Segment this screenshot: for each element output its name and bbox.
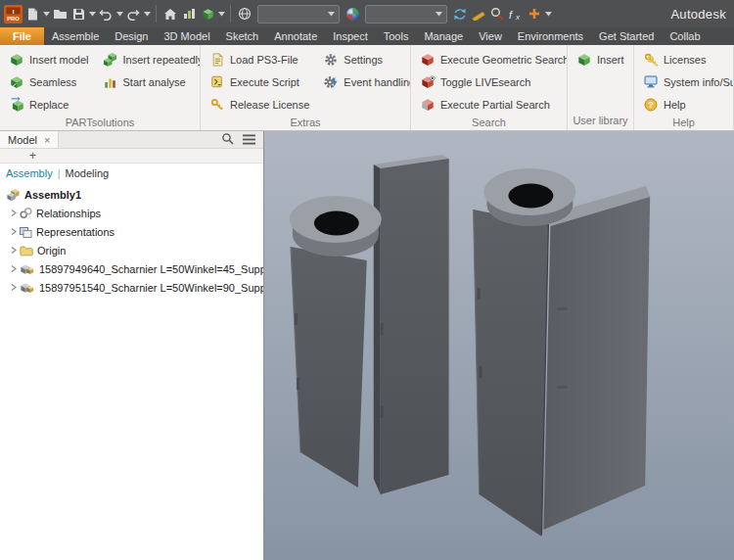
execute-geometric-search-button[interactable]: Execute Geometric Search [417,48,568,70]
save-icon[interactable] [69,2,87,25]
tab-view[interactable]: View [471,27,510,45]
execute-script-button[interactable]: Execute Script [206,70,312,93]
add-plus-icon[interactable] [526,2,543,25]
insert-model-icon [9,52,24,68]
help-button[interactable]: ? Help [640,93,734,116]
tab-environments[interactable]: Environments [510,27,591,45]
chevron-right-icon[interactable] [7,209,20,217]
tree-item-part-1[interactable]: 15897949640_Scharnier L=50Winkel=45_Supp… [0,259,263,278]
svg-text:f: f [509,9,513,21]
open-folder-icon[interactable] [51,2,69,25]
tab-collaborate[interactable]: Collab [662,27,708,45]
new-file-caret-icon[interactable] [42,2,50,25]
tab-design[interactable]: Design [107,27,156,45]
assembly-icon [6,187,21,202]
replace-button[interactable]: Replace [6,93,92,116]
tab-manage[interactable]: Manage [416,27,471,45]
user-library-insert-button[interactable]: Insert [573,48,627,70]
group-label-search: Search [411,116,567,130]
menu-hamburger-icon[interactable] [243,131,255,149]
insert-repeatedly-icon [103,52,118,68]
tree-label-relationships: Relationships [36,208,101,219]
group-label-user-library: User library [568,114,633,130]
user-library-insert-label: Insert [597,54,624,66]
save-caret-icon[interactable] [88,2,96,25]
chevron-right-icon[interactable] [7,246,20,255]
execute-script-icon [209,74,225,90]
model-tab[interactable]: Model × [0,131,59,148]
add-tab-button[interactable]: + [29,150,36,162]
tab-tools[interactable]: Tools [376,27,417,45]
licenses-button[interactable]: Licenses [640,48,734,70]
cube-caret-icon[interactable] [217,2,225,25]
tree-item-origin[interactable]: Origin [0,241,263,259]
subnav-modeling[interactable]: Modeling [66,167,110,179]
redo-icon[interactable] [124,2,142,25]
tab-file[interactable]: File [0,27,44,45]
measure-icon[interactable] [470,2,487,25]
browser-tab-bar: Model × [0,131,263,149]
appearance-dropdown[interactable] [365,5,447,23]
material-dropdown[interactable] [257,5,340,23]
viewport[interactable] [264,131,734,560]
start-analyse-button[interactable]: Start analyse [100,70,201,93]
ribbon-group-extras: Load PS3-File Execute Script Release Lic… [201,45,411,130]
tab-inspect[interactable]: Inspect [325,27,375,45]
quick-access-toolbar: IPROfx Autodesk [0,0,734,27]
tree-item-part-2[interactable]: 15897951540_Scharnier L=50Winkel=90_Supp… [0,278,263,297]
plus-caret-icon[interactable] [544,2,552,25]
insert-cube-icon[interactable] [199,2,216,25]
event-handling-button[interactable]: Event handling [320,70,411,93]
app-logo-icon[interactable]: IPRO [4,2,23,25]
globe-icon[interactable] [236,2,253,25]
tree-label-origin: Origin [37,245,66,257]
toggle-livesearch-button[interactable]: Toggle LIVEsearch [417,70,568,93]
partial-search-icon [420,97,436,113]
tab-3d-model[interactable]: 3D Model [157,27,218,45]
undo-caret-icon[interactable] [115,2,123,25]
chevron-right-icon[interactable] [7,283,20,292]
browser-add-tab-row: + [0,149,263,163]
insert-repeatedly-button[interactable]: Insert repeatedly [100,48,201,70]
fx-icon[interactable]: fx [507,2,525,25]
user-library-insert-icon [576,52,592,68]
tab-assemble[interactable]: Assemble [44,27,107,45]
new-file-icon[interactable] [23,2,41,25]
ribbon-tab-strip: File Assemble Design 3D Model Sketch Ann… [0,27,734,45]
replace-label: Replace [29,99,69,111]
hinge-part-right[interactable] [474,168,651,537]
close-icon[interactable]: × [44,134,50,146]
geometric-search-icon [420,52,436,68]
tree-item-assembly1[interactable]: Assembly1 [0,185,263,204]
insert-model-button[interactable]: Insert model [6,48,92,70]
load-ps3-file-button[interactable]: Load PS3-File [206,48,312,70]
home-icon[interactable] [161,2,179,25]
subnav-assembly[interactable]: Assembly [6,167,53,179]
livesearch-icon [420,74,436,90]
tab-get-started[interactable]: Get Started [591,27,662,45]
appearance-sphere-icon[interactable] [344,2,361,25]
load-ps3-file-label: Load PS3-File [230,54,298,66]
insert-model-label: Insert model [29,54,89,66]
execute-geometric-search-label: Execute Geometric Search [440,54,568,66]
search-red-icon[interactable] [488,2,506,25]
tree-item-relationships[interactable]: Relationships [0,204,263,222]
redo-caret-icon[interactable] [143,2,151,25]
tab-annotate[interactable]: Annotate [266,27,325,45]
viewport-canvas[interactable] [264,131,734,560]
seamless-button[interactable]: Seamless [6,70,92,93]
chevron-right-icon[interactable] [7,227,20,236]
chevron-right-icon[interactable] [7,264,20,273]
system-info-button[interactable]: System info/Sup... [640,70,734,93]
qat-items: IPROfx [4,2,552,25]
execute-partial-search-button[interactable]: Execute Partial Search [417,93,568,116]
sync-icon[interactable] [451,2,469,25]
drawing-chart-icon[interactable] [180,2,198,25]
search-icon[interactable] [221,131,234,149]
undo-icon[interactable] [97,2,115,25]
qat-separator [156,5,157,23]
settings-button[interactable]: Settings [320,48,411,70]
tab-sketch[interactable]: Sketch [218,27,267,45]
release-license-button[interactable]: Release License [206,93,312,116]
tree-item-representations[interactable]: Representations [0,222,263,241]
